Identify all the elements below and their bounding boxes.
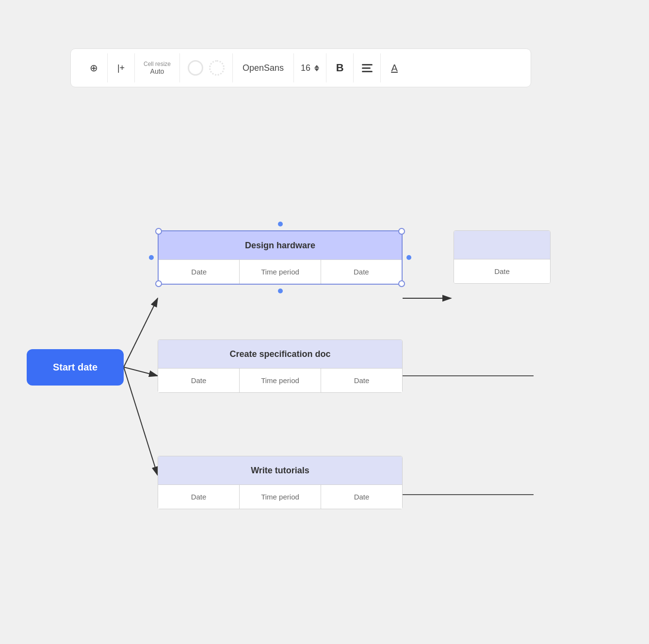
font-selector[interactable]: OpenSans	[233, 53, 294, 82]
task-design-hardware-row: Date Time period Date	[159, 259, 402, 284]
task-create-spec-col3: Date	[321, 369, 402, 392]
align-button[interactable]	[354, 53, 381, 82]
conn-top	[278, 222, 283, 226]
task-write-tutorials-date1: Date	[191, 493, 207, 501]
bold-icon: B	[336, 62, 344, 74]
style-icon-group	[180, 53, 233, 82]
add-row-icon: ⊕	[90, 62, 98, 74]
svg-line-3	[124, 367, 158, 475]
font-size-down-icon	[314, 68, 319, 71]
svg-line-1	[124, 298, 158, 367]
underline-button[interactable]: A	[381, 53, 408, 82]
task-write-tutorials-title: Write tutorials	[251, 466, 309, 476]
font-size-control[interactable]: 16	[294, 53, 326, 82]
task-create-spec-date2: Date	[354, 376, 370, 385]
font-label: OpenSans	[243, 63, 284, 73]
task-design-hardware[interactable]: Design hardware Date Time period Date	[158, 230, 403, 285]
task-create-spec-date1: Date	[191, 376, 207, 385]
task-create-spec-title: Create specification doc	[229, 349, 330, 359]
task-partial-col1: Date	[454, 259, 550, 283]
task-write-tutorials-timeperiod: Time period	[261, 493, 299, 501]
task-create-spec-row: Date Time period Date	[158, 368, 402, 392]
bold-button[interactable]: B	[326, 53, 354, 82]
start-date-node[interactable]: Start date	[27, 349, 124, 386]
task-create-spec-col2: Time period	[240, 369, 321, 392]
task-design-hardware-col1: Date	[159, 260, 240, 284]
task-write-tutorials-col3: Date	[321, 485, 402, 509]
task-partial-header	[454, 231, 550, 259]
add-col-button[interactable]: |+	[108, 53, 135, 82]
task-write-tutorials-col1: Date	[158, 485, 240, 509]
cell-resize-label: Cell resize	[144, 61, 171, 67]
task-create-spec-header: Create specification doc	[158, 340, 402, 368]
task-create-spec-col1: Date	[158, 369, 240, 392]
style-circle-icon[interactable]	[188, 60, 203, 76]
task-write-tutorials-col2: Time period	[240, 485, 321, 509]
font-size-value: 16	[301, 63, 310, 73]
task-partial[interactable]: Date	[454, 230, 551, 284]
task-design-hardware-date1: Date	[191, 268, 207, 276]
toolbar: ⊕ |+ Cell resize Auto OpenSans 16 B A	[70, 48, 531, 87]
task-write-tutorials[interactable]: Write tutorials Date Time period Date	[158, 456, 403, 509]
handle-bl[interactable]	[155, 280, 162, 287]
underline-icon: A	[391, 63, 397, 74]
conn-right	[406, 255, 411, 260]
style-dotted-icon[interactable]	[209, 60, 225, 76]
task-create-spec[interactable]: Create specification doc Date Time perio…	[158, 339, 403, 393]
conn-bottom	[278, 289, 283, 293]
font-size-up-icon	[314, 65, 319, 68]
task-design-hardware-col2: Time period	[240, 260, 321, 284]
conn-left	[149, 255, 154, 260]
task-write-tutorials-date2: Date	[354, 493, 370, 501]
svg-line-2	[124, 367, 158, 376]
cell-resize-value: Auto	[150, 67, 164, 75]
task-create-spec-timeperiod: Time period	[261, 376, 299, 385]
task-partial-row: Date	[454, 259, 550, 283]
task-design-hardware-header: Design hardware	[159, 231, 402, 259]
task-design-hardware-date2: Date	[354, 268, 369, 276]
start-date-label: Start date	[53, 362, 97, 373]
handle-br[interactable]	[398, 280, 405, 287]
task-design-hardware-title: Design hardware	[245, 241, 315, 251]
align-icon	[362, 64, 373, 72]
handle-tr[interactable]	[398, 228, 405, 235]
task-design-hardware-timeperiod: Time period	[261, 268, 299, 276]
font-size-arrows	[314, 65, 319, 71]
handle-tl[interactable]	[155, 228, 162, 235]
task-write-tutorials-row: Date Time period Date	[158, 484, 402, 509]
task-design-hardware-col3: Date	[321, 260, 402, 284]
add-row-button[interactable]: ⊕	[81, 53, 108, 82]
cell-resize-control[interactable]: Cell resize Auto	[135, 53, 180, 82]
task-partial-date: Date	[494, 267, 510, 275]
canvas: Start date Design hardware Date Time per…	[0, 107, 649, 644]
task-write-tutorials-header: Write tutorials	[158, 456, 402, 484]
add-col-icon: |+	[117, 63, 125, 73]
